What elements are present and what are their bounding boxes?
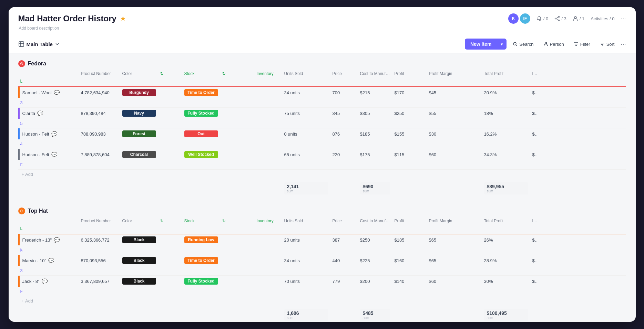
cell-name: Marvin - 10" 💬: [20, 256, 79, 265]
cell-units-sold: 34 units: [282, 88, 330, 97]
cell-link-hatter: Patricia Reading: [18, 287, 22, 296]
col-stock: Stock: [182, 70, 220, 77]
cell-units-sold: 0 units: [282, 129, 330, 139]
header-actions: K IF / 0 / 3 / 1 Activities / 0: [508, 13, 626, 24]
cell-total-profit: 18%: [482, 109, 530, 118]
cell-profit-margin: $65: [427, 256, 482, 265]
avatar-k: K: [508, 13, 519, 24]
new-item-button[interactable]: New Item: [465, 39, 497, 50]
page-title: Mad Hatter Order History: [18, 14, 116, 23]
group-top-hat-toggle[interactable]: ⊖: [18, 208, 25, 214]
add-row-fedora[interactable]: + Add: [18, 170, 626, 179]
app-container: Mad Hatter Order History ★ K IF / 0 / 3: [9, 7, 636, 322]
cell-profit: $160: [392, 256, 427, 265]
group-top-hat: ⊖ Top Hat Product Number Color ↻ Stock ↻…: [18, 208, 626, 322]
toolbar-left: Main Table: [18, 41, 60, 47]
col-cost: Cost to Manufacture: [358, 70, 392, 77]
cell-stock: Well Stocked: [182, 149, 220, 160]
col-inventory: Inventory: [255, 70, 282, 77]
comment-icon[interactable]: 💬: [42, 278, 48, 284]
main-table-button[interactable]: Main Table: [18, 41, 60, 47]
cell-profit-margin: $60: [427, 277, 482, 286]
search-button[interactable]: Search: [509, 40, 537, 49]
cell-cost: $305: [358, 109, 392, 118]
cell-link-orders: $18,975: [530, 109, 537, 118]
cell-profit: $185: [392, 235, 427, 245]
comment-icon[interactable]: 💬: [37, 110, 43, 116]
comment-icon[interactable]: 💬: [48, 258, 54, 263]
svg-point-6: [545, 42, 546, 44]
col-product-number: Product Number: [79, 70, 120, 77]
table-row: Hudson - Felt 💬 7,889,878,604 Charcoal W…: [18, 149, 626, 170]
sort-button[interactable]: Sort: [596, 40, 618, 49]
group-fedora: ⊖ Fedora Product Number Color ↻ Stock ↻ …: [18, 60, 626, 197]
table-row: Hudson - Felt 💬 788,090,983 Forest Out 0…: [18, 128, 626, 149]
cell-name: Hudson - Felt 💬: [20, 150, 79, 159]
sum-row-top-hat: 1,606 sum $485 sum $100,495 sum: [18, 306, 626, 322]
cell-units-sold: 20 units: [282, 235, 330, 245]
cell-name: Samuel - Wool 💬: [20, 88, 79, 97]
new-item-dropdown[interactable]: ▾: [497, 39, 507, 50]
activities-button[interactable]: Activities / 0: [591, 16, 614, 21]
comment-icon[interactable]: 💬: [51, 152, 57, 157]
col-units-sold: Units Sold: [282, 70, 330, 77]
group-fedora-name: Fedora: [28, 61, 46, 67]
cell-link-orders: $28,600: [530, 256, 537, 265]
comment-icon[interactable]: 💬: [54, 90, 60, 95]
cell-link-hatter: 5 Items: [18, 119, 22, 128]
cell-product-number: 870,093,556: [79, 256, 120, 265]
cell-cost: $225: [358, 256, 392, 265]
cell-inventory: [255, 132, 282, 136]
table-row: Clarita 💬 878,390,484 Navy Fully Stocked…: [18, 108, 626, 128]
person-stat[interactable]: / 1: [573, 16, 584, 21]
cell-stock: Out: [182, 128, 220, 139]
col-color: Color: [120, 70, 158, 77]
toolbar-right: New Item ▾ Search Person Filter Sort ···: [465, 39, 626, 50]
svg-point-0: [559, 17, 560, 18]
cell-color: Burgundy: [120, 87, 158, 98]
cell-profit-margin: $55: [427, 109, 482, 118]
toolbar-more-button[interactable]: ···: [621, 41, 626, 48]
col-inv-icon: ↻: [220, 70, 255, 77]
star-icon[interactable]: ★: [120, 14, 126, 23]
col-item: [20, 72, 79, 75]
cell-price: 220: [330, 150, 358, 159]
col-link-hatter: Link to Mad Hatter I...: [18, 77, 22, 85]
cell-link-orders: $13,200: [530, 150, 537, 159]
cell-profit-margin: $30: [427, 129, 482, 139]
fedora-col-headers: Product Number Color ↻ Stock ↻ Inventory…: [18, 70, 626, 87]
filter-button[interactable]: Filter: [570, 40, 594, 49]
table-row: Frederich - 13" 💬 6,325,366,772 Black Ru…: [18, 234, 626, 255]
add-row-top-hat[interactable]: + Add: [18, 296, 626, 306]
header: Mad Hatter Order History ★ K IF / 0 / 3: [9, 7, 636, 35]
person-button[interactable]: Person: [540, 40, 568, 49]
cell-name: Hudson - Felt 💬: [20, 129, 79, 139]
col-profit-margin: Profit Margin: [427, 70, 482, 77]
cell-profit-margin: $60: [427, 150, 482, 159]
cell-link-orders: $31,500: [530, 88, 537, 97]
comment-icon[interactable]: 💬: [51, 131, 57, 137]
sum-cost-tophat: $485 sum: [358, 308, 392, 322]
col-stock-icon: ↻: [158, 70, 182, 77]
cell-color: Forest: [120, 128, 158, 139]
row-color-bar: [18, 108, 20, 119]
comment-icon[interactable]: 💬: [54, 237, 60, 243]
cell-profit-margin: $65: [427, 235, 482, 245]
board-description[interactable]: Add board description: [18, 26, 626, 31]
cell-total-profit: 20.9%: [482, 88, 530, 97]
header-more-button[interactable]: ···: [621, 15, 626, 22]
svg-point-3: [574, 17, 576, 19]
cell-stock: Fully Stocked: [182, 276, 220, 287]
group-fedora-header: ⊖ Fedora: [18, 60, 626, 68]
cell-total-profit: 34.3%: [482, 150, 530, 159]
cell-profit: $115: [392, 150, 427, 159]
cell-cost: $185: [358, 129, 392, 139]
bell-stat[interactable]: / 0: [536, 16, 548, 21]
share-stat[interactable]: / 3: [554, 16, 566, 21]
cell-product-number: 3,367,809,657: [79, 277, 120, 286]
col-total-profit: Total Profit: [482, 70, 530, 77]
group-fedora-toggle[interactable]: ⊖: [18, 60, 25, 67]
cell-product-number: 878,390,484: [79, 109, 120, 118]
cell-total-profit: 26%: [482, 235, 530, 245]
header-top: Mad Hatter Order History ★ K IF / 0 / 3: [18, 13, 626, 24]
